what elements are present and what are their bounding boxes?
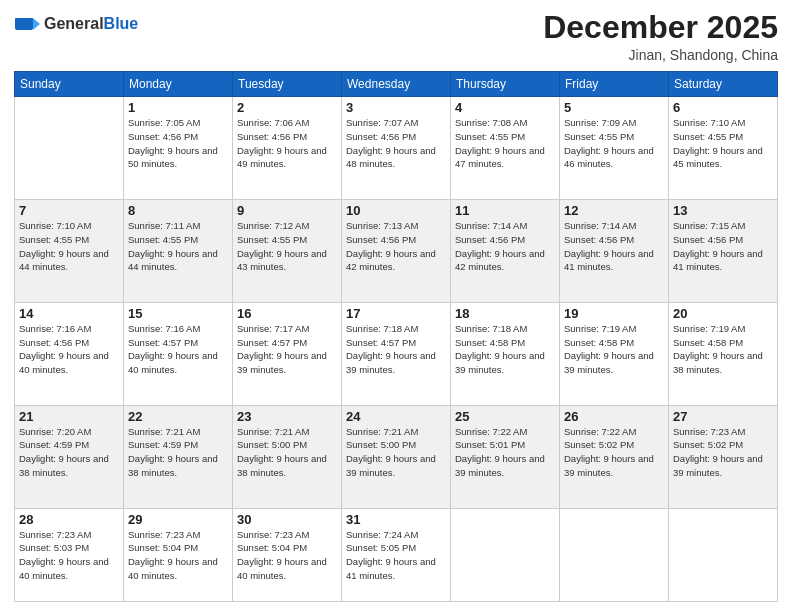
calendar-header-monday: Monday <box>124 72 233 97</box>
calendar-cell: 5Sunrise: 7:09 AMSunset: 4:55 PMDaylight… <box>560 97 669 200</box>
calendar-cell: 12Sunrise: 7:14 AMSunset: 4:56 PMDayligh… <box>560 200 669 303</box>
day-number: 27 <box>673 409 773 424</box>
day-number: 20 <box>673 306 773 321</box>
day-info: Sunrise: 7:21 AMSunset: 5:00 PMDaylight:… <box>346 425 446 480</box>
day-number: 22 <box>128 409 228 424</box>
day-number: 14 <box>19 306 119 321</box>
day-info: Sunrise: 7:23 AMSunset: 5:04 PMDaylight:… <box>128 528 228 583</box>
logo: GeneralBlue <box>14 10 138 38</box>
day-number: 2 <box>237 100 337 115</box>
day-number: 28 <box>19 512 119 527</box>
calendar-cell: 26Sunrise: 7:22 AMSunset: 5:02 PMDayligh… <box>560 405 669 508</box>
day-info: Sunrise: 7:17 AMSunset: 4:57 PMDaylight:… <box>237 322 337 377</box>
calendar-cell: 31Sunrise: 7:24 AMSunset: 5:05 PMDayligh… <box>342 508 451 602</box>
day-info: Sunrise: 7:21 AMSunset: 4:59 PMDaylight:… <box>128 425 228 480</box>
day-number: 12 <box>564 203 664 218</box>
day-number: 26 <box>564 409 664 424</box>
day-number: 4 <box>455 100 555 115</box>
calendar-cell: 8Sunrise: 7:11 AMSunset: 4:55 PMDaylight… <box>124 200 233 303</box>
day-number: 3 <box>346 100 446 115</box>
calendar-cell: 9Sunrise: 7:12 AMSunset: 4:55 PMDaylight… <box>233 200 342 303</box>
day-number: 21 <box>19 409 119 424</box>
day-number: 30 <box>237 512 337 527</box>
day-info: Sunrise: 7:07 AMSunset: 4:56 PMDaylight:… <box>346 116 446 171</box>
calendar-header-sunday: Sunday <box>15 72 124 97</box>
calendar-week-row: 28Sunrise: 7:23 AMSunset: 5:03 PMDayligh… <box>15 508 778 602</box>
day-number: 13 <box>673 203 773 218</box>
day-number: 10 <box>346 203 446 218</box>
day-info: Sunrise: 7:19 AMSunset: 4:58 PMDaylight:… <box>673 322 773 377</box>
day-number: 31 <box>346 512 446 527</box>
day-number: 11 <box>455 203 555 218</box>
page: GeneralBlue December 2025 Jinan, Shandon… <box>0 0 792 612</box>
day-number: 15 <box>128 306 228 321</box>
day-info: Sunrise: 7:15 AMSunset: 4:56 PMDaylight:… <box>673 219 773 274</box>
day-info: Sunrise: 7:20 AMSunset: 4:59 PMDaylight:… <box>19 425 119 480</box>
location: Jinan, Shandong, China <box>543 47 778 63</box>
calendar-cell: 2Sunrise: 7:06 AMSunset: 4:56 PMDaylight… <box>233 97 342 200</box>
calendar-cell <box>560 508 669 602</box>
calendar-cell <box>15 97 124 200</box>
calendar-cell: 24Sunrise: 7:21 AMSunset: 5:00 PMDayligh… <box>342 405 451 508</box>
day-info: Sunrise: 7:23 AMSunset: 5:02 PMDaylight:… <box>673 425 773 480</box>
calendar-cell: 13Sunrise: 7:15 AMSunset: 4:56 PMDayligh… <box>669 200 778 303</box>
calendar-header-friday: Friday <box>560 72 669 97</box>
calendar-cell: 15Sunrise: 7:16 AMSunset: 4:57 PMDayligh… <box>124 302 233 405</box>
svg-marker-1 <box>33 18 40 30</box>
day-info: Sunrise: 7:09 AMSunset: 4:55 PMDaylight:… <box>564 116 664 171</box>
calendar-header-saturday: Saturday <box>669 72 778 97</box>
calendar-cell: 25Sunrise: 7:22 AMSunset: 5:01 PMDayligh… <box>451 405 560 508</box>
calendar-cell: 19Sunrise: 7:19 AMSunset: 4:58 PMDayligh… <box>560 302 669 405</box>
logo-blue: Blue <box>104 15 139 33</box>
title-area: December 2025 Jinan, Shandong, China <box>543 10 778 63</box>
calendar-cell: 30Sunrise: 7:23 AMSunset: 5:04 PMDayligh… <box>233 508 342 602</box>
day-number: 23 <box>237 409 337 424</box>
day-info: Sunrise: 7:06 AMSunset: 4:56 PMDaylight:… <box>237 116 337 171</box>
calendar-header-thursday: Thursday <box>451 72 560 97</box>
day-number: 9 <box>237 203 337 218</box>
calendar-cell: 21Sunrise: 7:20 AMSunset: 4:59 PMDayligh… <box>15 405 124 508</box>
calendar-cell: 16Sunrise: 7:17 AMSunset: 4:57 PMDayligh… <box>233 302 342 405</box>
calendar-cell: 14Sunrise: 7:16 AMSunset: 4:56 PMDayligh… <box>15 302 124 405</box>
day-number: 1 <box>128 100 228 115</box>
calendar-cell <box>669 508 778 602</box>
day-info: Sunrise: 7:24 AMSunset: 5:05 PMDaylight:… <box>346 528 446 583</box>
calendar-cell: 6Sunrise: 7:10 AMSunset: 4:55 PMDaylight… <box>669 97 778 200</box>
day-number: 19 <box>564 306 664 321</box>
calendar-cell: 4Sunrise: 7:08 AMSunset: 4:55 PMDaylight… <box>451 97 560 200</box>
day-number: 24 <box>346 409 446 424</box>
calendar-cell: 27Sunrise: 7:23 AMSunset: 5:02 PMDayligh… <box>669 405 778 508</box>
day-info: Sunrise: 7:18 AMSunset: 4:58 PMDaylight:… <box>455 322 555 377</box>
calendar-table: SundayMondayTuesdayWednesdayThursdayFrid… <box>14 71 778 602</box>
calendar-cell: 23Sunrise: 7:21 AMSunset: 5:00 PMDayligh… <box>233 405 342 508</box>
day-info: Sunrise: 7:16 AMSunset: 4:56 PMDaylight:… <box>19 322 119 377</box>
calendar-cell: 3Sunrise: 7:07 AMSunset: 4:56 PMDaylight… <box>342 97 451 200</box>
calendar-cell: 22Sunrise: 7:21 AMSunset: 4:59 PMDayligh… <box>124 405 233 508</box>
day-number: 8 <box>128 203 228 218</box>
day-info: Sunrise: 7:10 AMSunset: 4:55 PMDaylight:… <box>19 219 119 274</box>
calendar-week-row: 7Sunrise: 7:10 AMSunset: 4:55 PMDaylight… <box>15 200 778 303</box>
day-number: 29 <box>128 512 228 527</box>
calendar-cell: 1Sunrise: 7:05 AMSunset: 4:56 PMDaylight… <box>124 97 233 200</box>
day-info: Sunrise: 7:13 AMSunset: 4:56 PMDaylight:… <box>346 219 446 274</box>
svg-rect-2 <box>15 18 33 23</box>
calendar-cell: 7Sunrise: 7:10 AMSunset: 4:55 PMDaylight… <box>15 200 124 303</box>
calendar-cell: 28Sunrise: 7:23 AMSunset: 5:03 PMDayligh… <box>15 508 124 602</box>
calendar-cell: 20Sunrise: 7:19 AMSunset: 4:58 PMDayligh… <box>669 302 778 405</box>
calendar-cell: 18Sunrise: 7:18 AMSunset: 4:58 PMDayligh… <box>451 302 560 405</box>
calendar-header-tuesday: Tuesday <box>233 72 342 97</box>
calendar-week-row: 14Sunrise: 7:16 AMSunset: 4:56 PMDayligh… <box>15 302 778 405</box>
day-info: Sunrise: 7:19 AMSunset: 4:58 PMDaylight:… <box>564 322 664 377</box>
logo-area: GeneralBlue <box>14 10 138 38</box>
day-info: Sunrise: 7:14 AMSunset: 4:56 PMDaylight:… <box>564 219 664 274</box>
logo-icon <box>14 10 42 38</box>
day-info: Sunrise: 7:23 AMSunset: 5:03 PMDaylight:… <box>19 528 119 583</box>
day-info: Sunrise: 7:14 AMSunset: 4:56 PMDaylight:… <box>455 219 555 274</box>
calendar-cell <box>451 508 560 602</box>
day-info: Sunrise: 7:10 AMSunset: 4:55 PMDaylight:… <box>673 116 773 171</box>
day-number: 16 <box>237 306 337 321</box>
calendar-header-wednesday: Wednesday <box>342 72 451 97</box>
day-number: 7 <box>19 203 119 218</box>
logo-general: General <box>44 15 104 33</box>
calendar-header-row: SundayMondayTuesdayWednesdayThursdayFrid… <box>15 72 778 97</box>
